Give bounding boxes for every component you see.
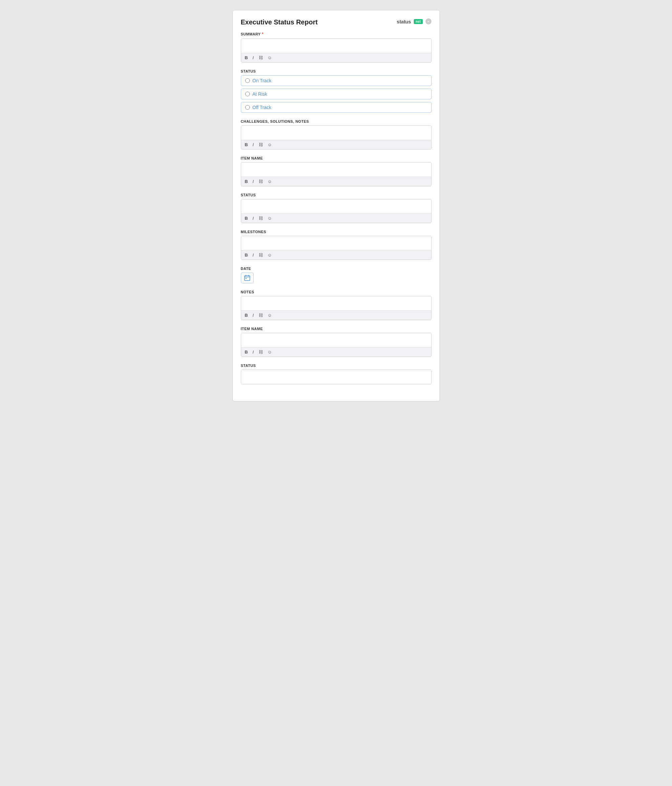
milestones-field-group: MILESTONES B I ⛓ ☺: [241, 230, 431, 260]
item-name2-toolbar: B I ⛓ ☺: [241, 347, 431, 357]
notes-link-button[interactable]: ⛓: [258, 312, 264, 318]
item-name2-input[interactable]: [241, 333, 431, 347]
item-name-italic-button[interactable]: I: [252, 178, 255, 185]
item-status-link-button[interactable]: ⛓: [258, 215, 264, 222]
challenges-toolbar: B I ⛓ ☺: [241, 140, 431, 149]
item-name-editor: B I ⛓ ☺: [241, 162, 431, 186]
status-field-group: STATUS On Track At Risk Off Track: [241, 69, 431, 113]
close-button[interactable]: ×: [425, 18, 431, 24]
item-name2-field-group: ITEM NAME B I ⛓ ☺: [241, 327, 431, 357]
item-status2-label: STATUS: [241, 363, 431, 368]
milestones-link-button[interactable]: ⛓: [258, 252, 264, 258]
status-options: On Track At Risk Off Track: [241, 75, 431, 113]
item-name2-italic-button[interactable]: I: [252, 349, 255, 355]
item-status-emoji-button[interactable]: ☺: [267, 215, 273, 222]
item-name-label: ITEM NAME: [241, 156, 431, 160]
challenges-link-button[interactable]: ⛓: [258, 141, 264, 148]
status-option-off-track[interactable]: Off Track: [241, 102, 431, 113]
date-picker-button[interactable]: [241, 273, 253, 283]
status-radio-at-risk[interactable]: [245, 92, 250, 96]
item-status-field-group: STATUS B I ⛓ ☺: [241, 193, 431, 223]
brand-badge: net: [414, 19, 423, 24]
item-name-toolbar: B I ⛓ ☺: [241, 177, 431, 186]
svg-rect-4: [246, 278, 247, 279]
summary-italic-button[interactable]: I: [252, 55, 255, 61]
item-status-bold-button[interactable]: B: [244, 215, 249, 222]
date-label: DATE: [241, 267, 431, 270]
status-radio-off-track[interactable]: [245, 105, 250, 110]
status-option-on-track[interactable]: On Track: [241, 75, 431, 86]
modal-title: Executive Status Report: [241, 18, 318, 26]
challenges-italic-button[interactable]: I: [252, 141, 255, 148]
item-status-label: STATUS: [241, 193, 431, 197]
summary-emoji-button[interactable]: ☺: [267, 55, 273, 61]
notes-editor: B I ⛓ ☺: [241, 296, 431, 320]
notes-emoji-button[interactable]: ☺: [267, 312, 273, 318]
notes-input[interactable]: [241, 296, 431, 310]
item-status2-input[interactable]: [241, 370, 431, 384]
status-option-at-risk[interactable]: At Risk: [241, 89, 431, 99]
status-option-at-risk-label: At Risk: [253, 91, 267, 97]
notes-italic-button[interactable]: I: [252, 312, 255, 318]
svg-rect-0: [244, 276, 250, 281]
milestones-label: MILESTONES: [241, 230, 431, 234]
item-status-toolbar: B I ⛓ ☺: [241, 214, 431, 223]
item-name2-editor: B I ⛓ ☺: [241, 333, 431, 357]
item-name-field-group: ITEM NAME B I ⛓ ☺: [241, 156, 431, 186]
notes-label: NOTES: [241, 290, 431, 294]
notes-field-group: NOTES B I ⛓ ☺: [241, 290, 431, 320]
calendar-icon: [244, 275, 250, 281]
item-status2-field-group: STATUS: [241, 363, 431, 384]
milestones-editor: B I ⛓ ☺: [241, 236, 431, 260]
date-field-group: DATE: [241, 267, 431, 283]
summary-input[interactable]: [241, 39, 431, 53]
status-option-off-track-label: Off Track: [253, 105, 272, 110]
item-name-input[interactable]: [241, 163, 431, 177]
challenges-emoji-button[interactable]: ☺: [267, 141, 273, 148]
milestones-italic-button[interactable]: I: [252, 252, 255, 258]
item-name2-link-button[interactable]: ⛓: [258, 349, 264, 355]
item-status-italic-button[interactable]: I: [252, 215, 255, 222]
milestones-emoji-button[interactable]: ☺: [267, 252, 273, 258]
modal-container: Executive Status Report status net × SUM…: [233, 10, 440, 401]
challenges-label: CHALLENGES, SOLUTIONS, NOTES: [241, 119, 431, 123]
item-name2-emoji-button[interactable]: ☺: [267, 349, 273, 355]
status-label: STATUS: [241, 69, 431, 73]
challenges-editor: B I ⛓ ☺: [241, 126, 431, 149]
milestones-toolbar: B I ⛓ ☺: [241, 250, 431, 259]
notes-bold-button[interactable]: B: [244, 312, 249, 318]
challenges-bold-button[interactable]: B: [244, 141, 249, 148]
brand-logo: status: [397, 19, 411, 24]
item-status-input[interactable]: [241, 199, 431, 214]
summary-toolbar: B I ⛓ ☺: [241, 53, 431, 62]
item-name-bold-button[interactable]: B: [244, 178, 249, 185]
summary-field-group: SUMMARY * B I ⛓ ☺: [241, 31, 431, 63]
item-status2-editor: [241, 369, 431, 384]
milestones-bold-button[interactable]: B: [244, 252, 249, 258]
status-option-on-track-label: On Track: [253, 78, 272, 83]
summary-link-button[interactable]: ⛓: [258, 55, 264, 61]
modal-header: Executive Status Report status net ×: [241, 18, 431, 26]
summary-label: SUMMARY *: [241, 31, 431, 36]
notes-toolbar: B I ⛓ ☺: [241, 310, 431, 320]
challenges-input[interactable]: [241, 126, 431, 140]
required-indicator: *: [261, 31, 264, 36]
status-radio-on-track[interactable]: [245, 78, 250, 83]
item-name2-bold-button[interactable]: B: [244, 349, 249, 355]
item-name-emoji-button[interactable]: ☺: [267, 178, 273, 185]
modal-title-group: Executive Status Report: [241, 18, 318, 26]
challenges-field-group: CHALLENGES, SOLUTIONS, NOTES B I ⛓ ☺: [241, 119, 431, 149]
summary-bold-button[interactable]: B: [244, 55, 249, 61]
header-right: status net ×: [397, 18, 431, 24]
summary-editor: B I ⛓ ☺: [241, 38, 431, 63]
milestones-input[interactable]: [241, 236, 431, 250]
item-name2-label: ITEM NAME: [241, 327, 431, 331]
item-name-link-button[interactable]: ⛓: [258, 178, 264, 185]
item-status-editor: B I ⛓ ☺: [241, 199, 431, 223]
